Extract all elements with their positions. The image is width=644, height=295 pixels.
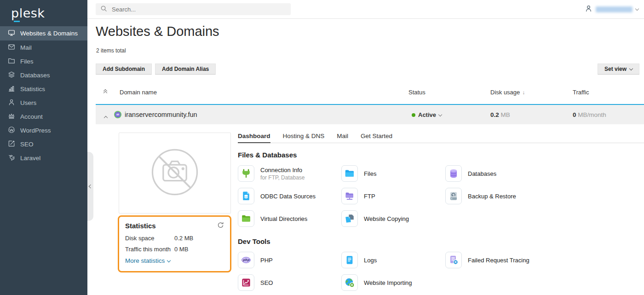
laravel-icon <box>8 154 15 162</box>
chevron-down-icon <box>167 258 171 262</box>
add-domain-alias-label: Add Domain Alias <box>162 66 209 72</box>
section-title-files-databases: Files & Databases <box>238 151 644 159</box>
sidebar-item-laravel[interactable]: Laravel <box>0 151 87 165</box>
section-title-dev-tools: Dev Tools <box>238 237 644 245</box>
domain-name-link[interactable]: iranservercommunity.fun <box>125 111 197 118</box>
mail-icon <box>8 43 15 52</box>
plesk-logo-underline <box>14 21 20 22</box>
domain-row: IR iranservercommunity.fun Active 0.2 MB… <box>96 104 644 124</box>
add-subdomain-button[interactable]: Add Subdomain <box>96 64 152 75</box>
sidebar-collapse-handle[interactable] <box>87 152 93 221</box>
search-input[interactable] <box>111 6 286 13</box>
sidebar-item-files[interactable]: Files <box>0 54 87 68</box>
tool-sublabel: for FTP, Database <box>260 174 305 181</box>
tool-failed-request-tracing[interactable]: Failed Request Tracing <box>445 252 644 268</box>
tool-ftp[interactable]: FTP <box>341 188 445 204</box>
tool-website-importing[interactable]: Website Importing <box>341 274 445 291</box>
tab-mail[interactable]: Mail <box>337 133 348 143</box>
domain-favicon: IR <box>114 111 121 118</box>
copy-pages-icon <box>341 210 358 227</box>
tool-logs[interactable]: Logs <box>341 252 445 268</box>
tool-php[interactable]: php PHP <box>238 252 341 268</box>
column-header-traffic[interactable]: Traffic <box>573 89 589 96</box>
tool-seo[interactable]: SEO <box>238 274 341 291</box>
set-view-button[interactable]: Set view <box>598 64 639 75</box>
tool-connection-info[interactable]: Connection Info for FTP, Database <box>238 165 341 182</box>
tool-label: Website Copying <box>364 215 409 222</box>
tool-label: Failed Request Tracing <box>468 257 529 264</box>
refresh-icon[interactable] <box>217 222 224 231</box>
sidebar-item-label: Statistics <box>20 86 45 93</box>
collapse-all-button[interactable] <box>104 90 107 94</box>
traffic-number: 0 <box>573 111 576 118</box>
sidebar-item-label: Laravel <box>20 155 40 162</box>
tool-files[interactable]: Files <box>341 165 445 182</box>
set-view-label: Set view <box>604 66 627 72</box>
svg-text:php: php <box>243 258 250 262</box>
disk-usage-value: 0.2 MB <box>490 111 510 118</box>
monitor-icon <box>8 29 15 38</box>
stat-row-disk-space: Disk space 0.2 MB <box>125 235 224 242</box>
sidebar-item-wordpress[interactable]: WordPress <box>0 123 87 137</box>
tool-label: SEO <box>260 279 273 286</box>
plesk-app: plesk Websites & Domains Mail Files Data… <box>0 0 644 295</box>
sidebar-item-databases[interactable]: Databases <box>0 68 87 82</box>
column-header-status[interactable]: Status <box>408 89 426 96</box>
chevron-down-icon <box>635 7 639 11</box>
tab-hosting-dns[interactable]: Hosting & DNS <box>283 133 325 143</box>
more-statistics-link[interactable]: More statistics <box>125 257 224 264</box>
tool-label: ODBC Data Sources <box>260 193 316 200</box>
odbc-document-icon <box>238 188 254 204</box>
disk-number: 0.2 <box>490 111 499 118</box>
page-title: Websites & Domains <box>96 24 219 39</box>
row-collapse-button[interactable] <box>104 113 107 121</box>
search-box[interactable] <box>96 3 291 15</box>
add-domain-alias-button[interactable]: Add Domain Alias <box>155 64 216 75</box>
sort-descending-icon: ↓ <box>522 89 525 96</box>
tool-website-copying[interactable]: Website Copying <box>341 210 445 227</box>
crown-icon <box>8 112 15 121</box>
user-menu[interactable] <box>585 0 638 18</box>
tool-label: Databases <box>468 170 496 177</box>
wordpress-icon <box>8 126 15 135</box>
seo-trend-icon <box>8 140 15 149</box>
no-screenshot-icon <box>149 146 201 200</box>
sidebar-item-label: Websites & Domains <box>20 30 78 37</box>
sidebar-item-label: SEO <box>20 141 34 148</box>
tool-databases[interactable]: Databases <box>445 165 644 182</box>
column-header-domain[interactable]: Domain name <box>120 89 157 96</box>
chevron-left-icon <box>88 185 92 188</box>
traffic-unit: MB/month <box>578 111 606 118</box>
more-statistics-label: More statistics <box>125 257 165 264</box>
tab-get-started[interactable]: Get Started <box>361 133 392 143</box>
failed-request-icon <box>445 252 462 268</box>
tool-label: Logs <box>364 257 377 264</box>
bar-chart-icon <box>8 85 15 93</box>
sidebar-item-account[interactable]: Account <box>0 110 87 123</box>
tab-dashboard[interactable]: Dashboard <box>238 133 270 143</box>
tools-grid-dev-tools: php PHP Logs Failed Request Tracing <box>238 252 644 291</box>
tool-odbc-data-sources[interactable]: ODBC Data Sources <box>238 188 341 204</box>
sidebar-item-mail[interactable]: Mail <box>0 40 87 54</box>
database-icon <box>445 165 462 182</box>
statistics-card: Statistics Disk space 0.2 MB Traffic thi… <box>118 215 231 272</box>
stat-label: Traffic this month <box>125 246 174 253</box>
sidebar-item-statistics[interactable]: Statistics <box>0 82 87 96</box>
chevron-down-icon <box>629 67 633 70</box>
plesk-logo: plesk <box>0 0 87 25</box>
sidebar-item-label: Users <box>20 99 36 106</box>
sidebar-item-websites-domains[interactable]: Websites & Domains <box>0 26 87 40</box>
sidebar-nav: Websites & Domains Mail Files Databases … <box>0 26 87 165</box>
column-header-disk-usage[interactable]: Disk usage ↓ <box>490 89 525 96</box>
site-preview-placeholder[interactable] <box>119 133 231 214</box>
sidebar-item-seo[interactable]: SEO <box>0 137 87 151</box>
tool-backup-restore[interactable]: Backup & Restore <box>445 188 644 204</box>
logs-document-icon <box>341 252 358 268</box>
status-dropdown[interactable]: Active <box>412 111 442 118</box>
tool-virtual-directories[interactable]: Virtual Directories <box>238 210 341 227</box>
tool-label: Website Importing <box>364 279 412 286</box>
user-name-redacted <box>596 6 632 12</box>
stat-value: 0.2 MB <box>174 235 193 242</box>
person-icon <box>8 98 15 107</box>
sidebar-item-users[interactable]: Users <box>0 96 87 110</box>
